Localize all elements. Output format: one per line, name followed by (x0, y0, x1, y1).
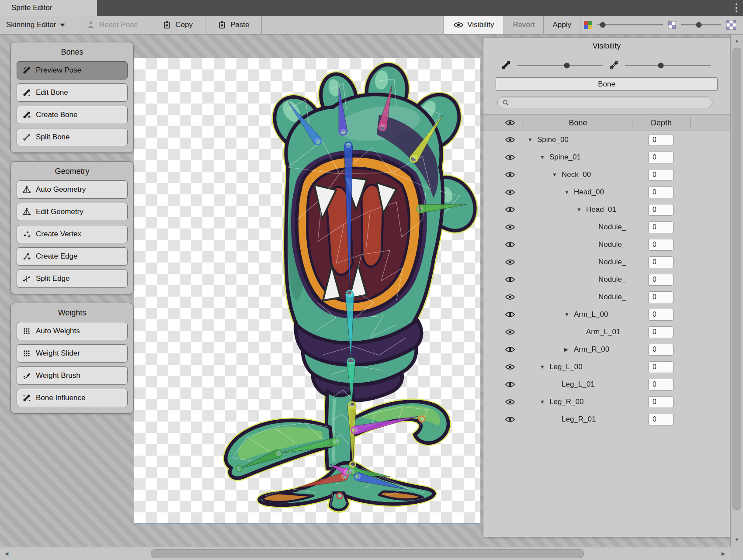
canvas-area[interactable]: BonesPreview PoseEdit BoneCreate BoneSpl… (0, 35, 743, 547)
search-input[interactable] (512, 98, 708, 107)
visibility-eye-icon[interactable] (496, 416, 524, 423)
edit-bone-button[interactable]: Edit Bone (17, 83, 128, 102)
visibility-eye-icon[interactable] (496, 206, 524, 213)
bone-name[interactable]: Head_01 (586, 205, 616, 214)
reset-pose-button[interactable]: Reset Pose (74, 16, 150, 34)
depth-input[interactable] (648, 169, 674, 181)
depth-column-header[interactable]: Depth (632, 118, 691, 128)
bone-name[interactable]: Leg_L_00 (549, 363, 583, 371)
bone-name[interactable]: Arm_L_01 (586, 328, 620, 336)
bone-row[interactable]: Nodule_ (496, 218, 730, 236)
depth-input[interactable] (648, 221, 674, 233)
expand-arrow-icon[interactable]: ▼ (540, 364, 549, 370)
scroll-down-arrow-icon[interactable]: ▼ (731, 534, 743, 545)
visibility-eye-icon[interactable] (496, 381, 524, 388)
visibility-eye-icon[interactable] (496, 294, 524, 301)
depth-input[interactable] (648, 256, 674, 268)
vertical-scroll-thumb[interactable] (733, 48, 741, 510)
bone-row[interactable]: ▼Head_01 (496, 201, 730, 218)
visibility-eye-icon[interactable] (496, 241, 524, 248)
depth-input[interactable] (648, 414, 674, 425)
bone-opacity-slider[interactable] (625, 62, 711, 69)
bone-row[interactable]: Leg_R_01 (496, 411, 730, 428)
scroll-up-arrow-icon[interactable]: ▲ (731, 35, 743, 46)
auto-geometry-button[interactable]: Auto Geometry (17, 180, 128, 199)
bone-opacity-slider-thumb[interactable] (658, 62, 664, 68)
bone-row[interactable]: ▼Leg_R_00 (496, 393, 730, 411)
bone-size-slider-thumb[interactable] (564, 62, 569, 68)
bone-name[interactable]: Nodule_ (598, 223, 626, 232)
expand-arrow-icon[interactable]: ▼ (576, 207, 586, 213)
depth-input[interactable] (648, 274, 674, 286)
bone-row[interactable]: Nodule_ (496, 288, 730, 306)
expand-arrow-icon[interactable]: ▼ (552, 172, 562, 178)
mip-slider[interactable] (681, 16, 721, 34)
bone-name[interactable]: Spine_01 (549, 153, 581, 162)
bone-row[interactable]: ▼Neck_00 (496, 166, 730, 183)
visibility-eye-icon[interactable] (496, 276, 524, 283)
create-bone-button[interactable]: Create Bone (17, 106, 128, 124)
visibility-eye-icon[interactable] (496, 328, 524, 335)
visibility-eye-icon[interactable] (496, 311, 524, 318)
bone-name[interactable]: Nodule_ (598, 258, 626, 266)
depth-input[interactable] (648, 239, 674, 251)
horizontal-scrollbar[interactable]: ◀ ▶ (0, 547, 743, 560)
visibility-eye-icon[interactable] (496, 154, 524, 161)
bone-name[interactable]: Arm_L_00 (574, 310, 608, 319)
bone-row[interactable]: ▼Leg_L_00 (496, 358, 730, 376)
edit-geometry-button[interactable]: Edit Geometry (17, 203, 128, 221)
depth-input[interactable] (648, 344, 674, 356)
bone-name[interactable]: Nodule_ (598, 275, 626, 284)
depth-input[interactable] (648, 152, 674, 163)
visibility-eye-icon[interactable] (496, 171, 524, 178)
bone-size-slider[interactable] (517, 62, 603, 69)
visibility-eye-icon[interactable] (496, 259, 524, 266)
preview-pose-button[interactable]: Preview Pose (17, 61, 128, 80)
visibility-eye-icon[interactable] (496, 398, 524, 405)
split-bone-button[interactable]: Split Bone (17, 128, 128, 146)
paste-button[interactable]: Paste (205, 16, 261, 34)
bone-row[interactable]: ▼Spine_01 (496, 149, 730, 166)
depth-input[interactable] (648, 309, 674, 321)
tab-sprite-editor[interactable]: Sprite Editor (0, 0, 97, 16)
skinning-editor-dropdown[interactable]: Skinning Editor (0, 16, 74, 34)
bone-row[interactable]: ▶Arm_R_00 (496, 341, 730, 358)
depth-input[interactable] (648, 396, 674, 408)
bone-name[interactable]: Leg_R_00 (549, 398, 583, 406)
bone-row[interactable]: Nodule_ (496, 236, 730, 253)
collapse-arrow-icon[interactable]: ▶ (564, 346, 574, 353)
mip-slider-thumb[interactable] (696, 22, 702, 28)
bone-name[interactable]: Spine_00 (537, 135, 569, 144)
weight-slider-button[interactable]: Weight Slider (17, 344, 128, 363)
color-mode-icon[interactable] (580, 16, 596, 34)
bone-row[interactable]: ▼Spine_00 (496, 131, 730, 149)
visibility-column-icon[interactable] (496, 118, 524, 128)
depth-input[interactable] (648, 361, 674, 373)
depth-input[interactable] (648, 204, 674, 216)
window-menu-icon[interactable] (735, 0, 743, 16)
bone-name[interactable]: Arm_R_00 (574, 345, 609, 354)
weight-brush-button[interactable]: Weight Brush (17, 366, 128, 385)
bone-row[interactable]: Arm_L_01 (496, 323, 730, 341)
scroll-right-arrow-icon[interactable]: ▶ (718, 548, 729, 559)
create-vertex-button[interactable]: Create Vertex (17, 225, 128, 243)
bone-name[interactable]: Nodule_ (598, 293, 626, 301)
bone-tab-button[interactable]: Bone (496, 77, 718, 91)
zoom-slider-thumb[interactable] (600, 22, 606, 28)
apply-button[interactable]: Apply (544, 16, 580, 34)
visibility-eye-icon[interactable] (496, 136, 524, 143)
copy-button[interactable]: Copy (150, 16, 205, 34)
bone-column-header[interactable]: Bone (524, 118, 632, 128)
expand-arrow-icon[interactable]: ▼ (540, 154, 549, 160)
expand-arrow-icon[interactable]: ▼ (564, 311, 574, 318)
create-edge-button[interactable]: Create Edge (17, 247, 128, 266)
bone-name[interactable]: Leg_L_01 (562, 380, 595, 389)
bone-row[interactable]: Nodule_ (496, 271, 730, 288)
bone-name[interactable]: Leg_R_01 (562, 415, 596, 424)
bone-name[interactable]: Head_00 (574, 188, 604, 197)
revert-button[interactable]: Revert (504, 16, 543, 34)
visibility-toggle[interactable]: Visibility (443, 16, 504, 34)
split-edge-button[interactable]: Split Edge (17, 270, 128, 288)
bone-row[interactable]: Leg_L_01 (496, 376, 730, 393)
bone-name[interactable]: Neck_00 (562, 170, 591, 179)
